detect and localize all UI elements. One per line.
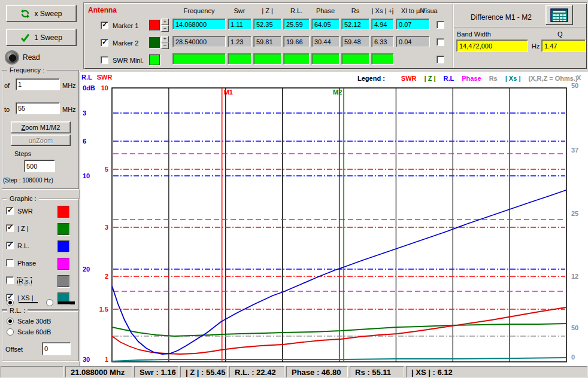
svg-text:6: 6 [83, 138, 86, 145]
series-phase-color [57, 258, 69, 270]
bandwidth-field: 14,472,000 [456, 39, 528, 52]
frequency-group-title: Frequency : [7, 66, 47, 74]
chart-corner-labels: R.L SWR [81, 74, 112, 81]
marker1-label: Marker 1 [113, 22, 138, 29]
offset-label: Offset [5, 346, 23, 353]
m2-swr-cell: 1.23 [228, 36, 251, 47]
legend-title: Legend : [357, 75, 385, 82]
m1-phase-cell: 64.05 [311, 19, 340, 30]
marker1-checkbox[interactable] [101, 22, 108, 29]
zoom-m1m2-button[interactable]: Zoom M1/M2 [11, 121, 71, 133]
offset-input[interactable] [42, 342, 71, 355]
unzoom-button[interactable]: unZoom [11, 135, 71, 146]
legend-item-rl: R.L [444, 75, 454, 82]
status-frequency: 21.088000 Mhz [65, 366, 132, 377]
mini-phase-cell [311, 53, 340, 65]
swr-mini-label: SWR Mini. [113, 57, 144, 64]
x-sweep-label: x Sweep [34, 10, 62, 18]
one-sweep-label: 1 Sweep [34, 33, 62, 42]
sweep-chart-plot[interactable]: M1M20dB36102030105321.5150372512500 [80, 72, 588, 366]
svg-text:1.5: 1.5 [99, 306, 108, 313]
series-rl-checkbox[interactable] [6, 242, 14, 249]
col-header-frequency: Frequency [172, 7, 226, 14]
svg-text:0dB: 0dB [83, 84, 95, 92]
thick-line-radio[interactable] [46, 299, 53, 306]
corner-swr-label: SWR [97, 74, 113, 81]
thin-line-sample [19, 302, 38, 303]
marker1-spinner-down[interactable]: − [161, 25, 169, 32]
series-z-color [57, 223, 69, 235]
svg-text:5: 5 [105, 166, 108, 173]
one-sweep-button[interactable]: 1 Sweep [6, 29, 77, 46]
mini-frequency-cell [172, 53, 226, 65]
marker1-spinner-up[interactable]: + [161, 19, 169, 25]
m2-rl-cell: 19.66 [283, 36, 310, 47]
marker2-label: Marker 2 [113, 39, 138, 47]
svg-text:M1: M1 [224, 89, 233, 96]
chart-legend: Legend : SWR | Z | R.L Phase Rs | Xs | (… [357, 75, 578, 82]
mini-swr-cell [228, 53, 251, 65]
series-z-checkbox[interactable] [6, 224, 14, 232]
svg-text:50: 50 [571, 324, 578, 331]
chart-area: M1M20dB36102030105321.5150372512500 [80, 72, 588, 366]
swr-mini-color-swatch [149, 54, 160, 65]
m1-frequency-cell: 14.068000 [172, 19, 226, 30]
col-header-phase: Phase [311, 7, 340, 14]
x-sweep-button[interactable]: x Sweep [6, 5, 77, 22]
status-rs: Rs : 55.11 [350, 366, 404, 377]
scale-30db-radio[interactable] [7, 318, 14, 325]
series-rl-label: R.L. [17, 242, 29, 249]
freq-of-label: of [4, 82, 10, 89]
zoom-m1m2-label: Zoom M1/M2 [22, 124, 60, 131]
status-z: | Z | : 55.45 [180, 366, 228, 377]
series-phase-checkbox[interactable] [6, 259, 14, 267]
q-field: 1.47 [541, 39, 586, 52]
marker2-visual-checkbox[interactable] [437, 38, 444, 46]
series-rl-color [57, 240, 69, 252]
marker1-visual-checkbox[interactable] [437, 21, 444, 29]
marker2-spinner-up[interactable]: + [161, 36, 169, 42]
rl-group-title: R.L. : [7, 307, 28, 314]
series-rs-label: R.s. [17, 277, 32, 285]
scale-60db-radio[interactable] [7, 328, 14, 336]
series-rs-checkbox[interactable] [6, 276, 14, 284]
svg-text:25: 25 [571, 210, 578, 217]
svg-text:3: 3 [83, 109, 86, 117]
svg-text:50: 50 [571, 82, 578, 89]
freq-of-input[interactable] [16, 78, 60, 90]
mini-rl-cell [283, 53, 310, 65]
m1-xs-cell: 4.94 [371, 19, 394, 30]
series-phase-label: Phase [17, 260, 36, 267]
marker2-spinner-down[interactable]: − [161, 42, 169, 49]
panel-divider [453, 3, 454, 68]
series-z-label: | Z | [17, 225, 29, 232]
legend-item-swr: SWR [401, 75, 417, 82]
corner-rl-label: R.L [81, 74, 92, 81]
unzoom-label: unZoom [29, 137, 53, 144]
freq-to-input[interactable] [16, 102, 60, 114]
m2-rs-cell: 59.48 [341, 36, 369, 47]
read-knob-icon[interactable] [5, 50, 19, 65]
svg-text:0: 0 [571, 353, 575, 361]
series-swr-label: SWR [17, 208, 33, 215]
series-rs-color [57, 275, 69, 287]
series-swr-checkbox[interactable] [6, 207, 14, 215]
mini-rs-cell [341, 53, 369, 65]
col-header-xs: | Xs | +j [369, 7, 396, 14]
legend-item-rs: Rs [489, 75, 498, 82]
swr-mini-visual-checkbox[interactable] [437, 56, 444, 63]
thin-line-radio[interactable] [7, 299, 14, 306]
svg-text:12: 12 [571, 273, 578, 280]
col-header-swr: Swr [228, 7, 251, 14]
mini-z-cell [253, 53, 281, 65]
q-label: Q [557, 31, 563, 38]
col-header-z: | Z | [253, 7, 281, 14]
difference-title: Difference M1 - M2 [471, 13, 532, 22]
calculator-button[interactable] [545, 5, 573, 25]
marker2-checkbox[interactable] [101, 39, 108, 47]
legend-item-phase: Phase [462, 75, 481, 82]
m2-frequency-cell: 28.540000 [172, 36, 226, 47]
steps-input[interactable] [24, 160, 55, 172]
freq-to-label: to [4, 106, 10, 113]
swr-mini-checkbox[interactable] [101, 56, 108, 64]
